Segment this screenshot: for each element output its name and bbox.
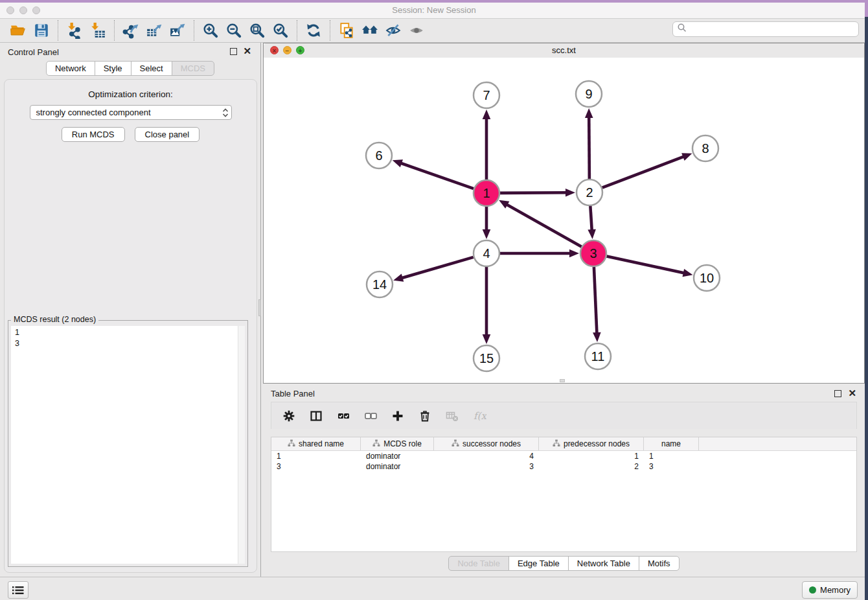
edge-3-11[interactable] [594,267,597,334]
edge-arrowhead-3-11 [593,332,601,342]
column-header-successor-nodes[interactable]: successor nodes [434,437,539,450]
tab-select[interactable]: Select [131,61,172,76]
cell-name[interactable]: 1 [644,451,699,461]
network-graph: 7968124314101511 [264,58,864,383]
delete-column-icon[interactable] [417,408,433,424]
column-header-MCDS-role[interactable]: MCDS role [361,437,434,450]
open-session-icon[interactable] [6,20,30,41]
search-input[interactable] [687,24,858,35]
control-panel-tabs: NetworkStyleSelectMCDS [0,61,260,76]
dropdown-stepper-icon [220,107,231,119]
cell-name[interactable]: 3 [644,461,699,472]
column-header-name[interactable]: name [644,437,699,450]
tab-network[interactable]: Network [46,61,95,76]
network-resize-handle[interactable] [560,379,565,382]
first-neighbors-icon[interactable] [358,20,382,41]
network-window-titlebar[interactable]: × − + scc.txt [264,43,864,58]
cell-MCDS-role[interactable]: dominator [361,461,434,472]
edge-arrowhead-1-6 [393,159,403,167]
optimization-criterion-dropdown[interactable]: strongly connected component [30,105,232,120]
export-image-icon[interactable] [166,20,189,41]
tab-edge-table[interactable]: Edge Table [508,556,569,571]
add-column-icon[interactable] [389,408,406,424]
node-label-7: 7 [483,88,490,102]
tree-icon [451,439,459,449]
zoom-selected-icon[interactable] [269,20,292,41]
tree-icon [553,439,560,449]
edge-arrowhead-1-7 [483,110,491,119]
memory-button[interactable]: Memory [802,581,858,599]
table-close-icon[interactable]: ✕ [848,388,856,398]
float-panel-icon[interactable] [230,48,237,55]
toggle-columns-icon[interactable] [308,408,325,424]
tree-icon [372,439,380,449]
node-label-8: 8 [702,141,709,156]
edge-4-14[interactable] [402,257,474,278]
tab-style[interactable]: Style [95,61,131,76]
application-window: Session: New Session [0,0,868,600]
edge-2-9[interactable] [589,117,589,179]
import-table-icon[interactable] [86,20,109,41]
edge-arrowhead-1-2 [565,189,575,197]
hide-selected-icon[interactable] [382,20,405,41]
close-panel-button[interactable]: Close panel [135,127,200,142]
panel-menu-button[interactable] [8,581,29,599]
control-panel: Control Panel ✕ NetworkStyleSelectMCDS O… [0,43,261,577]
clone-network-icon[interactable] [335,20,358,41]
cell-shared-name[interactable]: 1 [271,451,361,461]
edge-1-2[interactable] [500,192,567,193]
edge-arrowhead-3-10 [683,269,693,277]
memory-label: Memory [820,585,851,595]
edge-arrowhead-4-3 [569,249,579,258]
export-network-icon[interactable] [119,20,143,41]
cell-predecessor-nodes[interactable]: 1 [539,451,644,461]
table-row[interactable]: 1dominator411 [271,451,856,461]
tab-node-table[interactable]: Node Table [448,556,509,571]
node-label-14: 14 [372,277,387,292]
cell-successor-nodes[interactable]: 4 [434,451,539,461]
tab-motifs[interactable]: Motifs [639,556,680,571]
edge-3-10[interactable] [607,256,685,273]
zoom-out-icon[interactable] [222,20,246,41]
node-label-3: 3 [589,246,597,260]
node-label-2: 2 [586,185,593,200]
zoom-in-icon[interactable] [199,20,222,41]
tab-mcds[interactable]: MCDS [172,61,214,76]
window-top-border [0,0,868,3]
tab-network-table[interactable]: Network Table [568,556,639,571]
mcds-result-text[interactable]: 1 3 [11,326,238,564]
node-label-9: 9 [585,87,592,101]
select-all-icon[interactable] [335,408,352,424]
run-mcds-button[interactable]: Run MCDS [62,127,125,142]
zoom-fit-icon[interactable] [246,20,269,41]
mcds-result-scrollbar[interactable] [238,326,245,564]
edge-arrowhead-2-9 [585,108,593,118]
close-panel-icon[interactable]: ✕ [243,46,251,56]
edge-2-8[interactable] [602,156,685,187]
cell-predecessor-nodes[interactable]: 2 [539,461,644,472]
network-canvas[interactable]: 7968124314101511 [264,58,864,383]
column-header-predecessor-nodes[interactable]: predecessor nodes [539,437,644,450]
table-panel: Table Panel ✕ f(x) shared name MCDS role [263,384,865,577]
delete-table-icon [444,408,461,424]
table-float-icon[interactable] [834,390,841,397]
column-header-shared-name[interactable]: shared name [271,437,361,450]
cell-successor-nodes[interactable]: 3 [434,461,539,472]
cell-shared-name[interactable]: 3 [271,461,361,472]
edge-1-6[interactable] [400,163,474,189]
edge-arrowhead-1-4 [483,229,491,239]
table-settings-icon[interactable] [280,408,297,424]
cell-MCDS-role[interactable]: dominator [361,451,434,461]
save-session-icon[interactable] [30,20,53,41]
table-row[interactable]: 3dominator323 [271,461,856,472]
search-box[interactable] [672,21,859,37]
deselect-all-icon[interactable] [362,408,379,424]
show-all-icon[interactable] [405,20,428,41]
edge-3-1[interactable] [506,204,581,247]
export-table-icon[interactable] [143,20,166,41]
refresh-network-icon[interactable] [302,20,325,41]
node-label-11: 11 [591,349,605,363]
edge-2-3[interactable] [590,206,591,231]
panel-splitter-handle[interactable] [258,299,261,316]
import-network-icon[interactable] [63,20,86,41]
